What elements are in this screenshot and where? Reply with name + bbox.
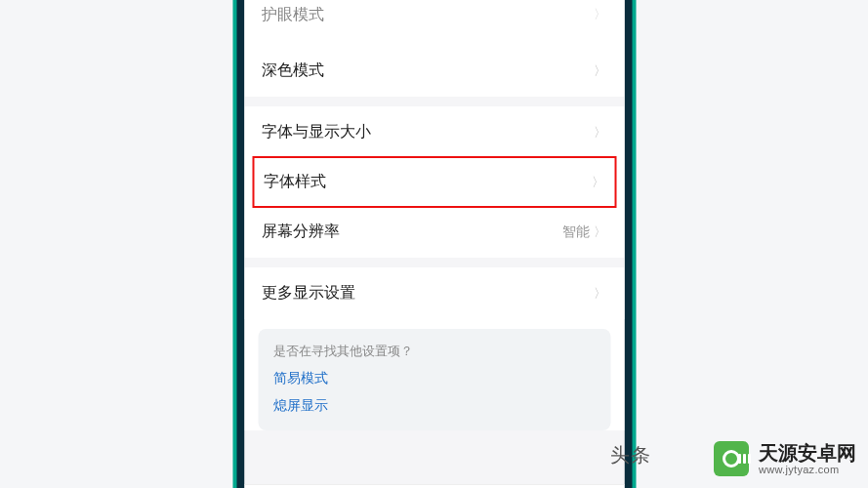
row-right: 〉 xyxy=(594,285,606,303)
row-label: 深色模式 xyxy=(262,61,324,81)
row-resolution[interactable]: 屏幕分辨率 智能 〉 xyxy=(244,206,624,258)
navigation-bar xyxy=(244,484,624,488)
row-label: 屏幕分辨率 xyxy=(262,222,340,242)
chevron-right-icon: 〉 xyxy=(594,285,606,303)
brand-text: 天源安卓网 www.jytyaz.com xyxy=(759,442,856,475)
suggestions-card: 是否在寻找其他设置项？ 简易模式 熄屏显示 xyxy=(258,329,610,430)
row-value: 智能 xyxy=(562,224,590,241)
row-right: 〉 xyxy=(592,174,604,191)
brand-logo-icon xyxy=(714,441,749,476)
chevron-right-icon: 〉 xyxy=(594,62,606,80)
brand-title: 天源安卓网 xyxy=(759,442,856,464)
group-divider xyxy=(244,258,624,267)
row-label: 字体与显示大小 xyxy=(262,122,371,142)
settings-group-display: 护眼模式 〉 深色模式 〉 xyxy=(244,0,624,97)
row-font-style[interactable]: 字体样式 〉 xyxy=(252,156,616,208)
row-font-size[interactable]: 字体与显示大小 〉 xyxy=(244,106,624,158)
row-dark-mode[interactable]: 深色模式 〉 xyxy=(244,45,624,97)
brand-url: www.jytyaz.com xyxy=(759,464,856,475)
suggestion-link-simple-mode[interactable]: 简易模式 xyxy=(273,370,595,387)
row-label: 更多显示设置 xyxy=(262,283,355,304)
settings-group-more: 更多显示设置 〉 xyxy=(244,267,624,319)
row-right: 〉 xyxy=(594,124,606,142)
phone-frame: 护眼模式 〉 深色模式 〉 字体与显示大小 〉 xyxy=(236,0,632,488)
suggestion-link-aod[interactable]: 熄屏显示 xyxy=(273,397,595,415)
group-divider xyxy=(244,97,624,106)
settings-group-font: 字体与显示大小 〉 字体样式 〉 屏幕分辨率 智能 〉 xyxy=(244,106,624,258)
row-more-display[interactable]: 更多显示设置 〉 xyxy=(244,267,624,319)
settings-list: 护眼模式 〉 深色模式 〉 字体与显示大小 〉 xyxy=(244,0,624,430)
row-label: 字体样式 xyxy=(264,172,326,192)
suggestion-title: 是否在寻找其他设置项？ xyxy=(273,343,595,360)
row-right: 〉 xyxy=(594,62,606,80)
chevron-right-icon: 〉 xyxy=(592,174,604,191)
row-right: 〉 xyxy=(594,6,606,23)
row-right: 智能 〉 xyxy=(562,224,606,241)
row-label: 护眼模式 xyxy=(262,5,324,25)
chevron-right-icon: 〉 xyxy=(594,124,606,142)
chevron-right-icon: 〉 xyxy=(594,6,606,23)
row-eye-comfort[interactable]: 护眼模式 〉 xyxy=(244,0,624,45)
watermark-headline: 头条 xyxy=(610,442,651,468)
site-watermark: 天源安卓网 www.jytyaz.com xyxy=(714,441,856,476)
settings-screen: 护眼模式 〉 深色模式 〉 字体与显示大小 〉 xyxy=(244,0,624,488)
chevron-right-icon: 〉 xyxy=(594,224,606,241)
